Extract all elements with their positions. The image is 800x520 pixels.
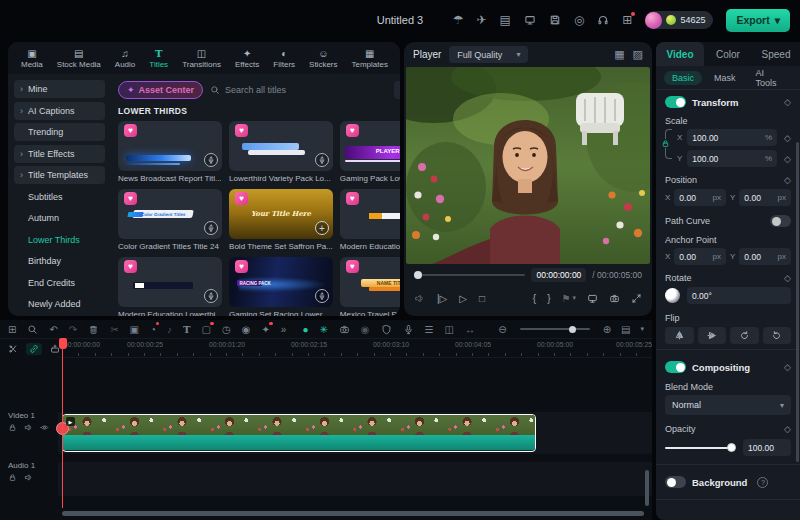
sidebar-item-mine[interactable]: ›Mine <box>14 80 105 98</box>
subtab-basic[interactable]: Basic <box>664 71 702 85</box>
share-icon[interactable]: ✈ <box>476 14 486 26</box>
tab-speed[interactable]: Speed <box>752 42 800 66</box>
next-frame-button[interactable]: |▷ <box>437 293 447 304</box>
favorite-heart-icon[interactable]: ♥ <box>346 124 359 137</box>
delete-icon[interactable] <box>88 324 99 335</box>
rotate-ccw-button[interactable] <box>763 327 792 344</box>
user-avatar[interactable] <box>645 12 662 29</box>
tab-effects[interactable]: ✦Effects <box>228 42 266 74</box>
audio-track-lane[interactable] <box>58 462 652 496</box>
sync-icon[interactable]: ◎ <box>574 14 584 26</box>
playback-slider[interactable] <box>414 274 525 276</box>
timeline-hscrollbar[interactable] <box>62 511 644 516</box>
redo-icon[interactable]: ↷ <box>69 324 77 335</box>
display-device-icon[interactable] <box>524 14 536 26</box>
keyframe-diamond-icon[interactable]: ◇ <box>784 175 791 185</box>
layout-grid-icon[interactable]: ⊞ <box>8 324 16 335</box>
scale-x-input[interactable]: 100.00% <box>687 129 777 146</box>
hide-track-icon[interactable] <box>40 423 49 432</box>
zoom-out-icon[interactable]: ⊖ <box>498 324 506 335</box>
template-card[interactable]: ♥RACING PACK Gaming Set Racing Lower ... <box>229 257 333 316</box>
favorite-heart-icon[interactable]: ♥ <box>124 192 137 205</box>
ai-tools-icon[interactable]: ✦ <box>261 324 269 335</box>
split-view-icon[interactable]: ◫ <box>445 324 454 335</box>
path-curve-toggle[interactable] <box>770 215 791 227</box>
current-timecode[interactable]: 00:00:00:00 <box>531 268 586 282</box>
tab-titles[interactable]: TTitles <box>142 42 175 74</box>
mask-tool-icon[interactable]: ▢ <box>202 324 211 335</box>
keyframe-diamond-icon[interactable]: ◇ <box>784 273 791 283</box>
sidebar-item-ai-captions[interactable]: ›AI Captions <box>14 102 105 120</box>
razor-tool-icon[interactable] <box>8 344 18 354</box>
credits-badge[interactable]: 54625 <box>645 11 713 29</box>
more-tools-icon[interactable]: » <box>281 324 287 335</box>
mute-track-icon[interactable] <box>24 423 33 432</box>
export-button[interactable]: Export ▾ <box>726 9 790 32</box>
link-clips-icon[interactable] <box>26 343 42 355</box>
support-icon[interactable] <box>597 14 609 26</box>
split-scissors-icon[interactable]: ✂ <box>110 324 118 335</box>
keyframe-diamond-icon[interactable]: ◇ <box>784 362 791 372</box>
favorite-heart-icon[interactable]: ♥ <box>235 124 248 137</box>
mute-speaker-icon[interactable] <box>414 293 425 304</box>
voiceover-mic-icon[interactable] <box>403 324 414 335</box>
template-card[interactable]: ♥ News Broadcast Report Titl... <box>118 121 222 183</box>
preview-adjust-icon[interactable]: ▨ <box>633 49 643 60</box>
tab-video[interactable]: Video <box>656 42 704 66</box>
zoom-tool-icon[interactable] <box>27 324 38 335</box>
transform-toggle[interactable] <box>665 96 686 108</box>
crop-icon[interactable]: ▣ <box>130 324 139 335</box>
timeline-ruler[interactable]: 00:00:00:00 00:00:00:25 00:00:01:20 00:0… <box>0 338 652 358</box>
track-manager-caret-icon[interactable]: ▾ <box>640 325 644 333</box>
duration-clock-icon[interactable]: ◷ <box>222 324 231 335</box>
sidebar-item-newly-added[interactable]: Newly Added <box>14 295 105 313</box>
opacity-input[interactable]: 100.00 <box>743 439 791 456</box>
shield-icon[interactable] <box>381 324 392 335</box>
favorite-heart-icon[interactable]: ♥ <box>235 192 248 205</box>
playback-slider-knob[interactable] <box>414 271 422 279</box>
text-tool-icon[interactable]: T <box>183 324 190 335</box>
zoom-in-icon[interactable]: ⊕ <box>603 324 611 335</box>
search-input[interactable] <box>225 85 325 95</box>
timeline-zoom-knob[interactable] <box>569 326 576 333</box>
flip-vertical-button[interactable] <box>698 327 727 344</box>
help-icon[interactable]: ? <box>757 477 768 488</box>
lock-track-icon[interactable] <box>8 423 17 432</box>
flip-horizontal-button[interactable] <box>665 327 694 344</box>
playhead-handle[interactable] <box>59 338 67 349</box>
tab-transitions[interactable]: ◫Transitions <box>175 42 228 74</box>
favorite-heart-icon[interactable]: ♥ <box>124 260 137 273</box>
filter-all-button[interactable]: All <box>394 81 400 99</box>
tab-media[interactable]: ▣Media <box>14 42 50 74</box>
apps-grid-icon[interactable]: ⊞ <box>622 14 632 26</box>
keyframe-diamond-icon[interactable]: ◇ <box>784 424 791 434</box>
anchor-y-input[interactable]: 0.00px <box>739 248 791 265</box>
properties-scrollbar[interactable] <box>796 142 799 462</box>
safe-area-grid-icon[interactable]: ▦ <box>614 49 624 60</box>
save-project-icon[interactable] <box>549 14 561 26</box>
mute-track-icon[interactable] <box>24 473 33 482</box>
mirror-display-icon[interactable] <box>587 293 598 304</box>
opacity-slider-knob[interactable] <box>727 443 736 452</box>
resource-center-icon[interactable]: ☂ <box>453 14 464 26</box>
stop-button[interactable]: □ <box>479 293 485 304</box>
favorite-heart-icon[interactable]: ♥ <box>346 192 359 205</box>
background-toggle[interactable] <box>665 476 686 488</box>
detach-audio-icon[interactable]: ♪ <box>167 324 172 335</box>
undo-icon[interactable]: ↶ <box>49 324 57 335</box>
tab-templates[interactable]: ▦Templates <box>345 42 395 74</box>
scale-y-input[interactable]: 100.00% <box>687 150 777 167</box>
stock-media-icon[interactable]: ▤ <box>500 14 511 26</box>
template-card[interactable]: ♥ Modern Education Lowerthi... <box>118 257 222 316</box>
sidebar-item-subtitles[interactable]: Subtitles <box>14 188 105 206</box>
keyframe-diamond-icon[interactable]: ◇ <box>784 133 791 143</box>
tab-filters[interactable]: ◐Filters <box>266 42 302 74</box>
template-card[interactable]: ♥Color Gradient Titles Color Gradient Ti… <box>118 189 222 251</box>
position-y-input[interactable]: 0.00px <box>739 189 791 206</box>
playhead[interactable] <box>62 338 63 508</box>
ai-assistant-icon[interactable]: ✳ <box>319 324 327 335</box>
compositing-toggle[interactable] <box>665 361 686 373</box>
rotate-cw-button[interactable] <box>730 327 759 344</box>
audio-mixer-icon[interactable]: ☰ <box>425 324 434 335</box>
timeline-zoom-slider[interactable] <box>520 328 590 330</box>
